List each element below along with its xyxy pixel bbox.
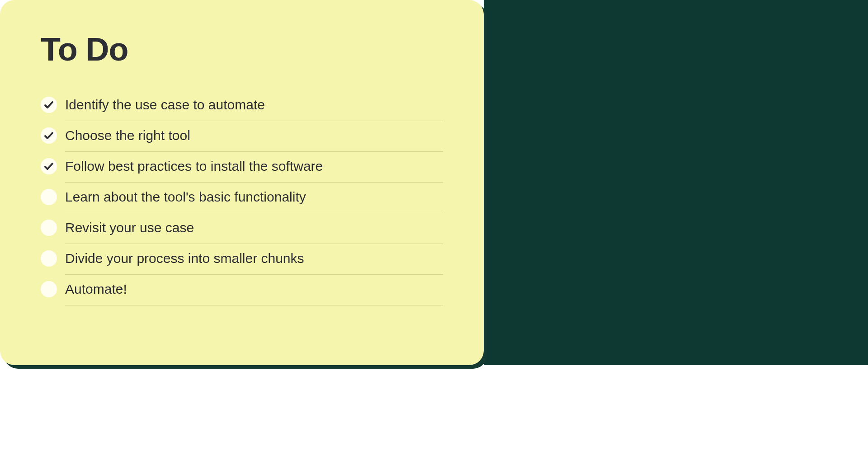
todo-text: Automate! — [65, 282, 127, 296]
todo-item: Follow best practices to install the sof… — [41, 151, 443, 182]
todo-item: Automate! — [41, 274, 443, 305]
todo-item: Divide your process into smaller chunks — [41, 243, 443, 274]
check-icon — [43, 99, 54, 110]
checkbox[interactable] — [41, 281, 57, 297]
todo-text: Identify the use case to automate — [65, 97, 265, 112]
todo-item: Choose the right tool — [41, 120, 443, 151]
card-title: To Do — [41, 31, 443, 68]
todo-text: Revisit your use case — [65, 220, 194, 235]
checkbox[interactable] — [41, 250, 57, 267]
todo-text-wrapper: Revisit your use case — [65, 219, 443, 244]
todo-text-wrapper: Learn about the tool's basic functionali… — [65, 188, 443, 213]
checkbox[interactable] — [41, 220, 57, 236]
todo-text: Follow best practices to install the sof… — [65, 159, 323, 174]
background-panel — [484, 0, 868, 365]
todo-text: Divide your process into smaller chunks — [65, 251, 304, 266]
todo-list: Identify the use case to automate Choose… — [41, 89, 443, 305]
checkbox[interactable] — [41, 158, 57, 174]
check-icon — [43, 130, 54, 141]
todo-text-wrapper: Follow best practices to install the sof… — [65, 157, 443, 183]
checkbox[interactable] — [41, 127, 57, 144]
todo-item: Identify the use case to automate — [41, 89, 443, 120]
check-icon — [43, 161, 54, 172]
checkbox[interactable] — [41, 97, 57, 113]
todo-card: To Do Identify the use case to automate … — [0, 0, 484, 365]
todo-item: Learn about the tool's basic functionali… — [41, 182, 443, 212]
todo-text: Learn about the tool's basic functionali… — [65, 189, 306, 204]
todo-item: Revisit your use case — [41, 212, 443, 243]
todo-text-wrapper: Identify the use case to automate — [65, 96, 443, 121]
todo-text: Choose the right tool — [65, 128, 190, 143]
checkbox[interactable] — [41, 189, 57, 205]
todo-text-wrapper: Choose the right tool — [65, 127, 443, 152]
todo-text-wrapper: Automate! — [65, 280, 443, 305]
todo-text-wrapper: Divide your process into smaller chunks — [65, 249, 443, 275]
